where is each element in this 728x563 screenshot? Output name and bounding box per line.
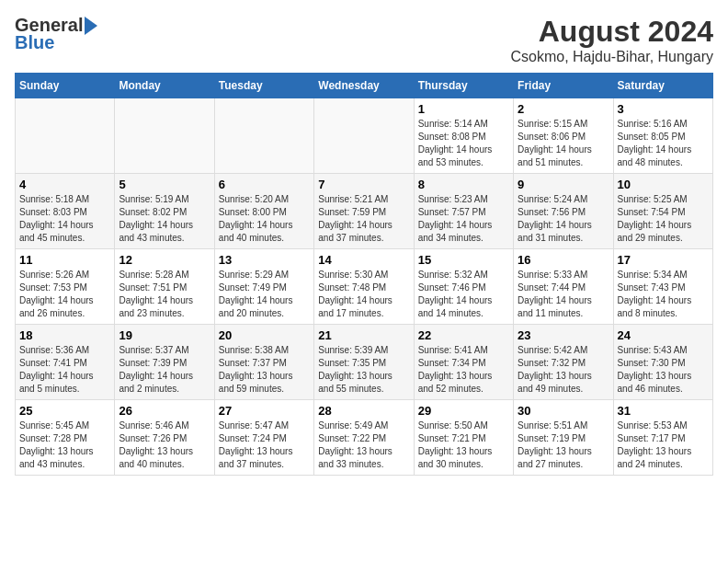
day-number: 24	[618, 328, 709, 342]
day-info: Sunrise: 5:25 AM Sunset: 7:54 PM Dayligh…	[618, 193, 709, 245]
day-number: 10	[618, 178, 709, 191]
day-info: Sunrise: 5:37 AM Sunset: 7:39 PM Dayligh…	[119, 344, 210, 396]
day-number: 23	[518, 328, 609, 342]
calendar-cell	[115, 98, 214, 174]
calendar-cell: 23Sunrise: 5:42 AM Sunset: 7:32 PM Dayli…	[514, 325, 613, 400]
day-info: Sunrise: 5:30 AM Sunset: 7:48 PM Dayligh…	[318, 269, 409, 320]
weekday-header-tuesday: Tuesday	[214, 74, 313, 98]
day-number: 9	[518, 178, 609, 191]
calendar-cell: 11Sunrise: 5:26 AM Sunset: 7:53 PM Dayli…	[16, 249, 115, 325]
calendar-cell: 10Sunrise: 5:25 AM Sunset: 7:54 PM Dayli…	[613, 174, 712, 249]
day-number: 26	[119, 404, 210, 418]
calendar-cell: 18Sunrise: 5:36 AM Sunset: 7:41 PM Dayli…	[16, 325, 115, 400]
day-info: Sunrise: 5:49 AM Sunset: 7:22 PM Dayligh…	[318, 419, 409, 471]
day-info: Sunrise: 5:19 AM Sunset: 8:02 PM Dayligh…	[119, 193, 210, 245]
calendar-cell	[314, 98, 414, 174]
day-info: Sunrise: 5:38 AM Sunset: 7:37 PM Dayligh…	[219, 344, 310, 396]
calendar-cell: 12Sunrise: 5:28 AM Sunset: 7:51 PM Dayli…	[115, 249, 214, 325]
day-info: Sunrise: 5:39 AM Sunset: 7:35 PM Dayligh…	[318, 344, 409, 396]
calendar-cell	[16, 98, 115, 174]
week-row-3: 11Sunrise: 5:26 AM Sunset: 7:53 PM Dayli…	[16, 249, 713, 325]
day-number: 30	[518, 404, 609, 418]
day-info: Sunrise: 5:18 AM Sunset: 8:03 PM Dayligh…	[19, 193, 110, 245]
calendar-cell: 20Sunrise: 5:38 AM Sunset: 7:37 PM Dayli…	[214, 325, 313, 400]
calendar-cell: 19Sunrise: 5:37 AM Sunset: 7:39 PM Dayli…	[115, 325, 214, 400]
calendar-cell: 6Sunrise: 5:20 AM Sunset: 8:00 PM Daylig…	[214, 174, 313, 249]
day-info: Sunrise: 5:33 AM Sunset: 7:44 PM Dayligh…	[518, 269, 609, 320]
day-number: 13	[219, 253, 310, 267]
day-number: 31	[618, 404, 709, 418]
day-number: 8	[418, 178, 509, 191]
calendar-cell: 16Sunrise: 5:33 AM Sunset: 7:44 PM Dayli…	[514, 249, 613, 325]
calendar-cell	[214, 98, 313, 174]
day-info: Sunrise: 5:21 AM Sunset: 7:59 PM Dayligh…	[318, 193, 409, 245]
day-info: Sunrise: 5:53 AM Sunset: 7:17 PM Dayligh…	[618, 419, 709, 471]
calendar-cell: 4Sunrise: 5:18 AM Sunset: 8:03 PM Daylig…	[16, 174, 115, 249]
day-number: 5	[119, 178, 210, 191]
day-info: Sunrise: 5:34 AM Sunset: 7:43 PM Dayligh…	[618, 269, 709, 320]
day-info: Sunrise: 5:14 AM Sunset: 8:08 PM Dayligh…	[418, 118, 509, 169]
calendar-cell: 29Sunrise: 5:50 AM Sunset: 7:21 PM Dayli…	[414, 400, 513, 476]
day-number: 22	[418, 328, 509, 342]
calendar-cell: 31Sunrise: 5:53 AM Sunset: 7:17 PM Dayli…	[613, 400, 712, 476]
day-number: 16	[518, 253, 609, 267]
day-info: Sunrise: 5:15 AM Sunset: 8:06 PM Dayligh…	[518, 118, 609, 169]
calendar-cell: 14Sunrise: 5:30 AM Sunset: 7:48 PM Dayli…	[314, 249, 414, 325]
day-info: Sunrise: 5:45 AM Sunset: 7:28 PM Dayligh…	[19, 419, 110, 471]
day-info: Sunrise: 5:36 AM Sunset: 7:41 PM Dayligh…	[19, 344, 110, 396]
day-number: 15	[418, 253, 509, 267]
day-number: 6	[219, 178, 310, 191]
calendar-cell: 15Sunrise: 5:32 AM Sunset: 7:46 PM Dayli…	[414, 249, 513, 325]
logo: General Blue	[15, 15, 97, 53]
calendar-cell: 2Sunrise: 5:15 AM Sunset: 8:06 PM Daylig…	[514, 98, 613, 174]
day-number: 3	[618, 102, 709, 116]
day-info: Sunrise: 5:46 AM Sunset: 7:26 PM Dayligh…	[119, 419, 210, 471]
day-number: 25	[19, 404, 110, 418]
day-number: 14	[318, 253, 409, 267]
calendar-cell: 21Sunrise: 5:39 AM Sunset: 7:35 PM Dayli…	[314, 325, 414, 400]
weekday-header-friday: Friday	[514, 74, 613, 98]
day-number: 20	[219, 328, 310, 342]
week-row-1: 1Sunrise: 5:14 AM Sunset: 8:08 PM Daylig…	[16, 98, 713, 174]
calendar-cell: 24Sunrise: 5:43 AM Sunset: 7:30 PM Dayli…	[613, 325, 712, 400]
day-info: Sunrise: 5:23 AM Sunset: 7:57 PM Dayligh…	[418, 193, 509, 245]
day-number: 27	[219, 404, 310, 418]
day-number: 11	[19, 253, 110, 267]
day-info: Sunrise: 5:28 AM Sunset: 7:51 PM Dayligh…	[119, 269, 210, 320]
day-info: Sunrise: 5:43 AM Sunset: 7:30 PM Dayligh…	[618, 344, 709, 396]
calendar-cell: 5Sunrise: 5:19 AM Sunset: 8:02 PM Daylig…	[115, 174, 214, 249]
day-info: Sunrise: 5:50 AM Sunset: 7:21 PM Dayligh…	[418, 419, 509, 471]
day-number: 4	[19, 178, 110, 191]
calendar-cell: 22Sunrise: 5:41 AM Sunset: 7:34 PM Dayli…	[414, 325, 513, 400]
week-row-5: 25Sunrise: 5:45 AM Sunset: 7:28 PM Dayli…	[16, 400, 713, 476]
day-info: Sunrise: 5:41 AM Sunset: 7:34 PM Dayligh…	[418, 344, 509, 396]
calendar-subtitle: Csokmo, Hajdu-Bihar, Hungary	[510, 49, 713, 65]
calendar-cell: 27Sunrise: 5:47 AM Sunset: 7:24 PM Dayli…	[214, 400, 313, 476]
day-number: 21	[318, 328, 409, 342]
day-info: Sunrise: 5:51 AM Sunset: 7:19 PM Dayligh…	[518, 419, 609, 471]
logo-blue: Blue	[15, 32, 54, 53]
day-info: Sunrise: 5:42 AM Sunset: 7:32 PM Dayligh…	[518, 344, 609, 396]
calendar-cell: 1Sunrise: 5:14 AM Sunset: 8:08 PM Daylig…	[414, 98, 513, 174]
weekday-header-saturday: Saturday	[613, 74, 712, 98]
weekday-header-row: SundayMondayTuesdayWednesdayThursdayFrid…	[16, 74, 713, 98]
day-number: 28	[318, 404, 409, 418]
weekday-header-sunday: Sunday	[16, 74, 115, 98]
calendar-cell: 3Sunrise: 5:16 AM Sunset: 8:05 PM Daylig…	[613, 98, 712, 174]
day-number: 12	[119, 253, 210, 267]
calendar-cell: 28Sunrise: 5:49 AM Sunset: 7:22 PM Dayli…	[314, 400, 414, 476]
weekday-header-thursday: Thursday	[414, 74, 513, 98]
page-header: General Blue August 2024 Csokmo, Hajdu-B…	[15, 15, 713, 65]
calendar-cell: 9Sunrise: 5:24 AM Sunset: 7:56 PM Daylig…	[514, 174, 613, 249]
day-number: 2	[518, 102, 609, 116]
day-info: Sunrise: 5:24 AM Sunset: 7:56 PM Dayligh…	[518, 193, 609, 245]
day-number: 19	[119, 328, 210, 342]
calendar-cell: 17Sunrise: 5:34 AM Sunset: 7:43 PM Dayli…	[613, 249, 712, 325]
logo-arrow-icon	[85, 17, 97, 35]
calendar-table: SundayMondayTuesdayWednesdayThursdayFrid…	[15, 73, 713, 476]
calendar-title: August 2024	[510, 15, 713, 49]
calendar-cell: 25Sunrise: 5:45 AM Sunset: 7:28 PM Dayli…	[16, 400, 115, 476]
calendar-cell: 8Sunrise: 5:23 AM Sunset: 7:57 PM Daylig…	[414, 174, 513, 249]
day-number: 7	[318, 178, 409, 191]
week-row-4: 18Sunrise: 5:36 AM Sunset: 7:41 PM Dayli…	[16, 325, 713, 400]
